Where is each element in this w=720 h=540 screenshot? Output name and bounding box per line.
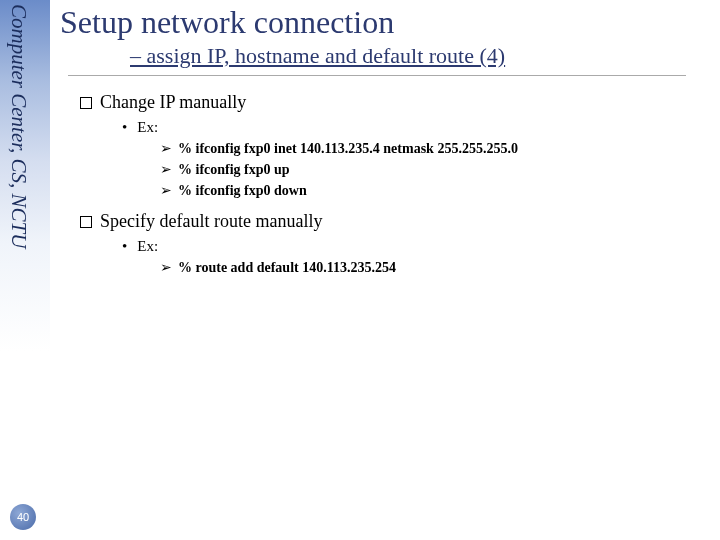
section-default-route: Specify default route manually	[80, 211, 710, 232]
square-bullet-icon	[80, 97, 92, 109]
cmd-text: % ifconfig fxp0 down	[178, 183, 307, 198]
section2-heading: Specify default route manually	[100, 211, 322, 231]
cmd-text: % ifconfig fxp0 up	[178, 162, 290, 177]
cmd-line: ➢% route add default 140.113.235.254	[160, 259, 710, 276]
section-change-ip: Change IP manually	[80, 92, 710, 113]
cmd-text: % ifconfig fxp0 inet 140.113.235.4 netma…	[178, 141, 518, 156]
section2-ex-label: Ex:	[137, 238, 158, 254]
arrow-bullet-icon: ➢	[160, 162, 172, 177]
square-bullet-icon	[80, 216, 92, 228]
cmd-line: ➢% ifconfig fxp0 inet 140.113.235.4 netm…	[160, 140, 710, 157]
slide-title: Setup network connection	[60, 4, 710, 41]
section1-ex-label: Ex:	[137, 119, 158, 135]
slide-content: Setup network connection – assign IP, ho…	[60, 0, 710, 276]
sidebar-org-text: Computer Center, CS, NCTU	[6, 4, 31, 248]
arrow-bullet-icon: ➢	[160, 183, 172, 198]
dot-bullet-icon: •	[122, 238, 127, 254]
section1-ex: •Ex:	[122, 119, 710, 136]
dot-bullet-icon: •	[122, 119, 127, 135]
cmd-line: ➢% ifconfig fxp0 down	[160, 182, 710, 199]
slide-subtitle: – assign IP, hostname and default route …	[130, 43, 710, 69]
title-divider	[68, 75, 686, 76]
sidebar-gradient: Computer Center, CS, NCTU	[0, 0, 50, 540]
section1-heading: Change IP manually	[100, 92, 246, 112]
arrow-bullet-icon: ➢	[160, 260, 172, 275]
arrow-bullet-icon: ➢	[160, 141, 172, 156]
cmd-text: % route add default 140.113.235.254	[178, 260, 396, 275]
page-number-badge: 40	[10, 504, 36, 530]
section2-ex: •Ex:	[122, 238, 710, 255]
cmd-line: ➢% ifconfig fxp0 up	[160, 161, 710, 178]
